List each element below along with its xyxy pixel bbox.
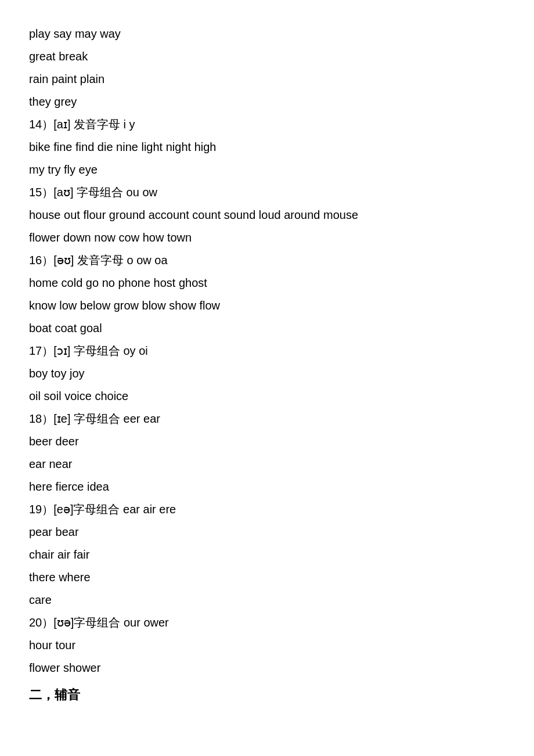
line26: care [29, 589, 505, 611]
line29: flower shower [29, 657, 505, 679]
section-14: 14）[aɪ] 发音字母 i y [29, 114, 505, 135]
section-15: 15）[aʊ] 字母组合 ou ow [29, 182, 505, 203]
line3: rain paint plain [29, 69, 505, 90]
line14: boat coat goal [29, 318, 505, 339]
line1: play say may way [29, 23, 505, 45]
line7: my try fly eye [29, 159, 505, 181]
line4: they grey [29, 91, 505, 113]
line23: pear bear [29, 521, 505, 543]
line17: oil soil voice choice [29, 386, 505, 407]
line9: house out flour ground account count sou… [29, 204, 505, 226]
section-18: 18）[ɪe] 字母组合 eer ear [29, 408, 505, 430]
line2: great break [29, 46, 505, 67]
section-20: 20）[ʊə]字母组合 our ower [29, 612, 505, 633]
line20: ear near [29, 453, 505, 475]
line12: home cold go no phone host ghost [29, 272, 505, 294]
section-17: 17）[ɔɪ] 字母组合 oy oi [29, 340, 505, 362]
section-16: 16）[əʊ] 发音字母 o ow oa [29, 250, 505, 271]
line13: know low below grow blow show flow [29, 295, 505, 316]
line6: bike fine find die nine light night high [29, 136, 505, 158]
line21: here fierce idea [29, 476, 505, 498]
bold-heading-er: 二，辅音 [29, 683, 505, 707]
line24: chair air fair [29, 544, 505, 566]
line10: flower down now cow how town [29, 227, 505, 249]
line19: beer deer [29, 431, 505, 452]
line28: hour tour [29, 635, 505, 656]
main-content: play say may way great break rain paint … [29, 23, 505, 707]
line25: there where [29, 567, 505, 588]
section-19: 19）[eə]字母组合 ear air ere [29, 499, 505, 520]
line16: boy toy joy [29, 363, 505, 384]
